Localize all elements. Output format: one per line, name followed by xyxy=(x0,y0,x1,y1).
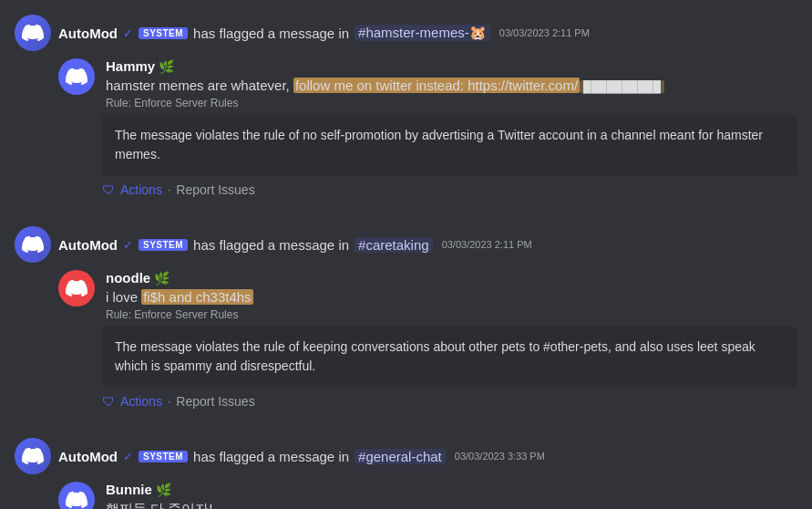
user-message-text-3: 햄찌들 다 죽이자! xyxy=(106,499,319,509)
user-avatar-1 xyxy=(58,58,95,95)
timestamp-1: 03/03/2023 2:11 PM xyxy=(499,27,590,38)
user-emoji-2: 🌿 xyxy=(154,271,170,286)
bot-name-2: AutoMod xyxy=(58,237,118,253)
msg-highlighted-1: follow me on twitter instead: https://tw… xyxy=(293,78,580,93)
user-message-row-2: noodle 🌿 i love fi$h and ch33t4hs Rule: … xyxy=(58,270,797,321)
msg-highlighted-2: fi$h and ch33t4hs xyxy=(141,289,252,305)
shield-icon-2: 🛡 xyxy=(102,394,115,409)
message-header-2: AutoMod ✓ SYSTEM has flagged a message i… xyxy=(15,226,797,263)
flagged-text-1: has flagged a message in xyxy=(193,26,349,41)
message-content-area-1: Hammy 🌿 hamster memes are whatever, foll… xyxy=(58,58,797,201)
system-badge-3: SYSTEM xyxy=(139,451,188,462)
user-msg-content-1: Hammy 🌿 hamster memes are whatever, foll… xyxy=(106,58,664,109)
user-emoji-1: 🌿 xyxy=(159,59,174,74)
system-badge-1: SYSTEM xyxy=(139,27,188,39)
actions-button-1[interactable]: Actions xyxy=(120,182,162,197)
user-avatar-3 xyxy=(58,482,95,509)
user-name-1: Hammy xyxy=(106,58,155,74)
separator-2: · xyxy=(168,395,170,408)
rule-text-1: Rule: Enforce Server Rules xyxy=(106,97,664,109)
header-text-3: AutoMod ✓ SYSTEM has flagged a message i… xyxy=(58,449,545,464)
user-name-row-3: Bunnie 🌿 xyxy=(106,482,319,497)
channel-link-2[interactable]: #caretaking xyxy=(355,237,433,253)
message-header-1: AutoMod ✓ SYSTEM has flagged a message i… xyxy=(15,15,797,51)
user-message-text-1: hamster memes are whatever, follow me on… xyxy=(106,76,664,95)
user-msg-content-2: noodle 🌿 i love fi$h and ch33t4hs Rule: … xyxy=(106,270,253,321)
verified-icon-1: ✓ xyxy=(123,26,133,40)
channel-link-3[interactable]: #general-chat xyxy=(355,449,446,464)
header-text-1: AutoMod ✓ SYSTEM has flagged a message i… xyxy=(58,25,590,41)
user-message-row-1: Hammy 🌿 hamster memes are whatever, foll… xyxy=(58,58,797,109)
shield-icon-1: 🛡 xyxy=(102,182,115,197)
channel-link-1[interactable]: #hamster-memes-🐹 xyxy=(355,25,490,41)
report-issues-button-1[interactable]: Report Issues xyxy=(176,182,254,197)
message-group-2: AutoMod ✓ SYSTEM has flagged a message i… xyxy=(0,212,812,423)
header-text-2: AutoMod ✓ SYSTEM has flagged a message i… xyxy=(58,237,532,253)
user-name-2: noodle xyxy=(106,270,150,286)
violation-box-1: The message violates the rule of no self… xyxy=(102,115,797,175)
system-badge-2: SYSTEM xyxy=(139,239,188,251)
flagged-text-2: has flagged a message in xyxy=(193,237,349,253)
avatar-automod-1 xyxy=(15,15,51,51)
bot-name-1: AutoMod xyxy=(58,26,118,41)
actions-row-2: 🛡 Actions · Report Issues xyxy=(102,394,797,409)
user-avatar-2 xyxy=(58,270,95,306)
timestamp-3: 03/03/2023 3:33 PM xyxy=(455,451,545,462)
verified-icon-3: ✓ xyxy=(123,450,133,463)
msg-text-before-2: i love xyxy=(106,289,141,305)
avatar-automod-2 xyxy=(15,226,51,263)
message-group-3: AutoMod ✓ SYSTEM has flagged a message i… xyxy=(0,423,812,509)
violation-box-2: The message violates the rule of keeping… xyxy=(102,327,797,387)
user-name-3: Bunnie xyxy=(106,482,152,497)
user-name-row-1: Hammy 🌿 xyxy=(106,58,664,74)
user-msg-content-3: Bunnie 🌿 햄찌들 다 죽이자! Rule: Enforce Server… xyxy=(106,482,319,509)
bot-name-3: AutoMod xyxy=(58,449,118,464)
report-issues-button-2[interactable]: Report Issues xyxy=(176,394,254,409)
msg-text-before-1: hamster memes are whatever, xyxy=(106,78,293,93)
verified-icon-2: ✓ xyxy=(123,238,133,252)
flagged-text-3: has flagged a message in xyxy=(193,449,349,464)
rule-text-2: Rule: Enforce Server Rules xyxy=(106,308,253,321)
message-content-area-2: noodle 🌿 i love fi$h and ch33t4hs Rule: … xyxy=(58,270,797,412)
message-content-area-3: Bunnie 🌿 햄찌들 다 죽이자! Rule: Enforce Server… xyxy=(58,482,797,509)
user-emoji-3: 🌿 xyxy=(156,483,171,497)
user-name-row-2: noodle 🌿 xyxy=(106,270,253,286)
actions-button-2[interactable]: Actions xyxy=(120,394,162,409)
user-message-text-2: i love fi$h and ch33t4hs xyxy=(106,287,253,306)
avatar-automod-3 xyxy=(15,438,51,474)
url-redacted-1: ██████████ xyxy=(580,80,664,93)
timestamp-2: 03/03/2023 2:11 PM xyxy=(442,239,532,250)
actions-row-1: 🛡 Actions · Report Issues xyxy=(102,182,797,197)
message-group-1: AutoMod ✓ SYSTEM has flagged a message i… xyxy=(0,0,812,212)
user-message-row-3: Bunnie 🌿 햄찌들 다 죽이자! Rule: Enforce Server… xyxy=(58,482,797,509)
message-header-3: AutoMod ✓ SYSTEM has flagged a message i… xyxy=(15,438,797,474)
separator-1: · xyxy=(168,183,170,196)
